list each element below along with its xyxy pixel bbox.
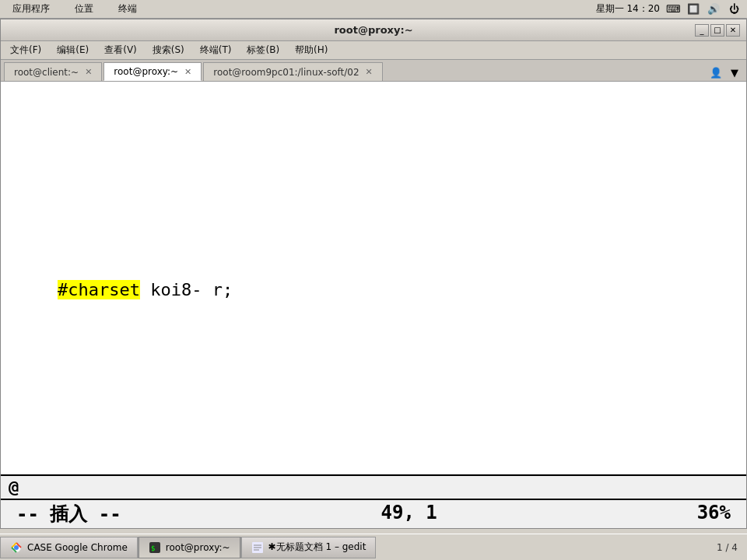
menu-search[interactable]: 搜索(S): [146, 42, 191, 58]
tab-room9[interactable]: root@room9pc01:/linux-soft/02 ✕: [203, 62, 382, 81]
tab-proxy-close[interactable]: ✕: [184, 67, 191, 77]
status-area: @ -- 插入 -- 49, 1 36%: [1, 474, 746, 528]
svg-point-1: [14, 545, 19, 550]
code-content: #charset koi8- r; #access_log logs/host.…: [1, 97, 746, 474]
minimize-button[interactable]: _: [695, 24, 709, 37]
highlight-charset: #charset: [58, 280, 140, 299]
code-line-charset: #charset koi8- r;: [9, 277, 746, 303]
menu-tabs[interactable]: 标签(B): [240, 42, 286, 58]
tabs-bar-right: 👤 ▼: [707, 64, 743, 81]
vim-percent: 36%: [697, 502, 731, 527]
terminal-window: root@proxy:~ _ □ ✕ 文件(F) 编辑(E) 查看(V) 搜索(…: [0, 19, 747, 529]
system-bar-left: 应用程序 位置 终端: [6, 1, 143, 17]
code-line-blank1: [9, 380, 746, 405]
menu-terminal[interactable]: 终端(T): [194, 42, 238, 58]
taskbar-gedit-label: ✱无标题文档 1 – gedit: [268, 541, 366, 554]
vim-mode: -- 插入 --: [16, 502, 121, 527]
keyboard-icon: ⌨: [666, 2, 680, 16]
svg-text:$: $: [151, 544, 155, 552]
tab-client-label: root@client:~: [14, 67, 79, 78]
menu-help[interactable]: 帮助(H): [289, 42, 334, 58]
chrome-icon: [10, 541, 23, 554]
terminal-menu[interactable]: 终端: [112, 1, 143, 17]
system-bar: 应用程序 位置 终端 星期一 14：20 ⌨ 🔲 🔊 ⏻: [0, 0, 747, 19]
menu-view[interactable]: 查看(V): [98, 42, 143, 58]
menu-edit[interactable]: 编辑(E): [51, 42, 95, 58]
tabs-bar: root@client:~ ✕ root@proxy:~ ✕ root@room…: [1, 60, 746, 82]
taskbar-terminal[interactable]: $ root@proxy:~: [139, 537, 240, 558]
app-menu[interactable]: 应用程序: [6, 1, 56, 17]
gedit-icon: [251, 541, 264, 554]
at-symbol: @: [9, 478, 19, 497]
close-button[interactable]: ✕: [726, 24, 740, 37]
taskbar-terminal-label: root@proxy:~: [166, 542, 230, 553]
tab-proxy-label: root@proxy:~: [114, 66, 178, 77]
maximize-button[interactable]: □: [710, 24, 724, 37]
window-controls: _ □ ✕: [695, 24, 740, 37]
terminal-icon: $: [149, 541, 161, 554]
menu-file[interactable]: 文件(F): [4, 42, 47, 58]
taskbar-gedit[interactable]: ✱无标题文档 1 – gedit: [241, 537, 377, 558]
new-tab-icon[interactable]: 👤: [707, 64, 724, 81]
editor-area[interactable]: #charset koi8- r; #access_log logs/host.…: [1, 82, 746, 474]
taskbar-chrome[interactable]: CASE Google Chrome: [0, 537, 138, 558]
title-bar: root@proxy:~ _ □ ✕: [1, 19, 746, 41]
taskbar-chrome-label: CASE Google Chrome: [27, 542, 128, 553]
tab-dropdown-icon[interactable]: ▼: [726, 64, 743, 81]
taskbar-page-indicator: 1 / 4: [707, 542, 747, 553]
tab-room9-close[interactable]: ✕: [366, 67, 373, 77]
window-title: root@proxy:~: [334, 24, 412, 36]
tab-client[interactable]: root@client:~ ✕: [4, 62, 102, 81]
location-menu[interactable]: 位置: [68, 1, 100, 17]
at-line: @: [1, 474, 746, 499]
system-time: 星期一 14：20: [596, 2, 660, 16]
system-bar-right: 星期一 14：20 ⌨ 🔲 🔊 ⏻: [596, 2, 741, 16]
code-line-1: [9, 174, 746, 200]
vim-status-bar: -- 插入 -- 49, 1 36%: [1, 499, 746, 528]
menu-bar: 文件(F) 编辑(E) 查看(V) 搜索(S) 终端(T) 标签(B) 帮助(H…: [1, 41, 746, 60]
taskbar: CASE Google Chrome $ root@proxy:~ ✱无标题文档…: [0, 534, 747, 560]
power-icon: ⏻: [727, 2, 741, 16]
tab-room9-label: root@room9pc01:/linux-soft/02: [213, 67, 359, 78]
volume-icon: 🔊: [707, 2, 721, 16]
network-icon: 🔲: [686, 2, 700, 16]
vim-position: 49, 1: [381, 502, 437, 527]
tab-proxy[interactable]: root@proxy:~ ✕: [103, 62, 202, 81]
tab-client-close[interactable]: ✕: [85, 67, 92, 77]
